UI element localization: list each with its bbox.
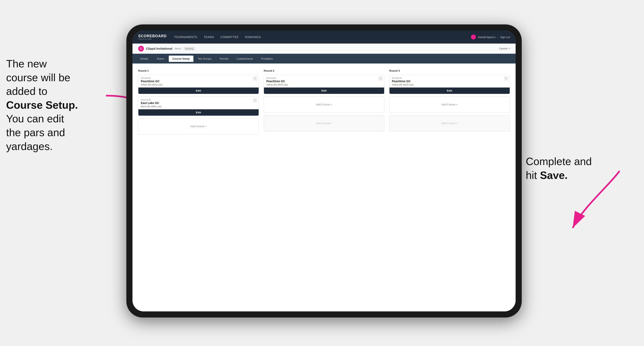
round-1-label: Round 1 xyxy=(138,69,259,72)
round1-course-b-card: (Course B) East Lake GC Black (M) (6891 … xyxy=(138,96,259,116)
round-2-label: Round 2 xyxy=(264,69,384,72)
round1-course-b-delete-button[interactable]: ☐ xyxy=(253,98,257,102)
scoreboard-logo: SCOREBOARD Powered by clippd xyxy=(138,34,167,40)
round1-course-a-edit-button[interactable]: Edit xyxy=(138,88,258,94)
round2-add-course-button[interactable]: Add Course + xyxy=(264,96,384,113)
round2-course-a-card: (Course A) Peachtree GC Yellow (M) (6629… xyxy=(264,75,384,94)
round3-course-a-card: (Course A) Peachtree GC Yellow (M) (6629… xyxy=(389,75,510,94)
tab-teams[interactable]: Teams xyxy=(153,56,168,62)
tab-leaderboards[interactable]: Leaderboards xyxy=(233,56,256,62)
round1-course-b-label: (Course B) xyxy=(141,99,256,101)
round2-course-a-edit-button[interactable]: Edit xyxy=(264,88,384,94)
top-nav: SCOREBOARD Powered by clippd TOURNAMENTS… xyxy=(132,30,516,43)
round2-course-a-label: (Course A) xyxy=(266,77,382,79)
tab-details[interactable]: Details xyxy=(136,56,152,62)
right-annotation: Complete and hit Save. xyxy=(526,155,628,182)
round2-course-a-details: Yellow (M) (6629 yds) xyxy=(266,83,382,86)
tab-tee-groups[interactable]: Tee Groups xyxy=(194,56,215,62)
cancel-button[interactable]: Cancel × xyxy=(499,47,510,50)
tab-course-setup[interactable]: Course Setup xyxy=(169,56,194,62)
nav-email: blair@clippd.io xyxy=(478,36,495,39)
round3-course-a-delete-button[interactable]: ☐ xyxy=(504,77,508,81)
nav-rankings[interactable]: RANKINGS xyxy=(245,35,261,39)
sign-out-link[interactable]: Sign out xyxy=(500,36,510,39)
round2-add-course-disabled: Add Course + xyxy=(264,115,384,132)
tab-printables[interactable]: Printables xyxy=(258,56,276,62)
logo-sub-text: Powered by clippd xyxy=(138,38,167,40)
nav-committee[interactable]: COMMITTEE xyxy=(220,35,239,39)
nav-avatar xyxy=(471,35,476,39)
round2-course-a-delete-button[interactable]: ☐ xyxy=(378,77,382,81)
round3-course-a-label: (Course A) xyxy=(392,77,507,79)
nav-right: blair@clippd.io | Sign out xyxy=(471,35,510,39)
tablet-shell: SCOREBOARD Powered by clippd TOURNAMENTS… xyxy=(126,24,522,318)
nav-tournaments[interactable]: TOURNAMENTS xyxy=(174,35,197,39)
round3-course-a-edit-button[interactable]: Edit xyxy=(390,88,510,94)
round1-course-a-header: (Course A) Peachtree GC Yellow (M) (6629… xyxy=(138,75,258,88)
round3-course-a-name: Peachtree GC xyxy=(392,80,507,83)
round1-course-b-details: Black (M) (6891 yds) xyxy=(141,105,256,108)
round-3-column: Round 3 (Course A) Peachtree GC Yellow (… xyxy=(389,69,510,137)
round-1-column: Round 1 (Course A) Peachtree GC Yellow (… xyxy=(138,69,259,137)
round3-add-course-button[interactable]: Add Course + xyxy=(389,96,510,113)
round-3-label: Round 3 xyxy=(389,69,510,72)
round3-course-a-header: (Course A) Peachtree GC Yellow (M) (6629… xyxy=(390,75,510,88)
round1-course-b-edit-button[interactable]: Edit xyxy=(138,109,258,116)
nav-separator: | xyxy=(498,36,498,39)
round1-course-a-card: (Course A) Peachtree GC Yellow (M) (6629… xyxy=(138,75,259,94)
nav-teams[interactable]: TEAMS xyxy=(204,35,214,39)
tab-results[interactable]: Results xyxy=(216,56,232,62)
round1-add-course-button[interactable]: Add Course + xyxy=(138,118,259,135)
tournament-gender: (Men) xyxy=(174,47,182,50)
round-2-column: Round 2 (Course A) Peachtree GC Yellow (… xyxy=(264,69,384,137)
round3-add-course-disabled: Add Course + xyxy=(389,115,510,132)
left-annotation: The new course will be added to Course S… xyxy=(6,57,124,153)
main-content: Round 1 (Course A) Peachtree GC Yellow (… xyxy=(132,63,516,311)
tournament-name: Clippd Invitational xyxy=(146,47,172,50)
round1-course-b-header: (Course B) East Lake GC Black (M) (6891 … xyxy=(138,97,258,109)
rounds-grid: Round 1 (Course A) Peachtree GC Yellow (… xyxy=(138,69,510,137)
round1-course-a-label: (Course A) xyxy=(141,77,256,79)
round1-course-a-details: Yellow (M) (6629 yds) xyxy=(141,83,256,86)
tournament-info: C Clippd Invitational (Men) Hosting xyxy=(138,46,195,51)
round1-course-b-name: East Lake GC xyxy=(141,101,256,105)
round1-course-a-delete-button[interactable]: ☐ xyxy=(253,77,257,81)
round2-course-a-header: (Course A) Peachtree GC Yellow (M) (6629… xyxy=(264,75,384,88)
nav-links: TOURNAMENTS TEAMS COMMITTEE RANKINGS xyxy=(174,35,471,39)
tablet-screen: SCOREBOARD Powered by clippd TOURNAMENTS… xyxy=(132,30,516,311)
logo-main-text: SCOREBOARD xyxy=(138,34,167,38)
round1-course-a-name: Peachtree GC xyxy=(141,80,256,83)
round2-course-a-name: Peachtree GC xyxy=(266,80,382,83)
round3-course-a-details: Yellow (M) (6629 yds) xyxy=(392,83,507,86)
tournament-logo: C xyxy=(138,46,144,51)
tab-bar: Details Teams Course Setup Tee Groups Re… xyxy=(132,54,516,63)
tournament-status-badge: Hosting xyxy=(184,47,195,50)
sub-header: C Clippd Invitational (Men) Hosting Canc… xyxy=(132,43,516,54)
